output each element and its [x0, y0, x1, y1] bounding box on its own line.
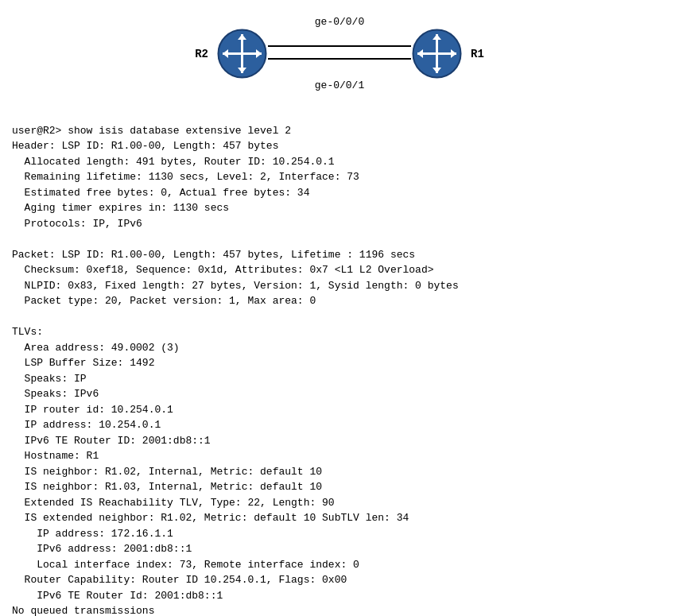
router-r1-icon — [411, 28, 463, 79]
terminal-line: IP router id: 10.254.0.1 — [12, 402, 667, 418]
terminal-line — [12, 309, 667, 325]
terminal-line: Extended IS Reachability TLV, Type: 22, … — [12, 495, 667, 511]
link-line-bottom — [268, 58, 411, 60]
terminal-line: Area address: 49.0002 (3) — [12, 340, 667, 356]
router-r1-label: R1 — [471, 48, 484, 60]
link-line-top — [268, 45, 411, 47]
terminal-line: Estimated free bytes: 0, Actual free byt… — [12, 185, 667, 201]
router-r2-label: R2 — [195, 48, 208, 60]
router-r2-icon — [216, 28, 268, 79]
terminal-line: NLPID: 0x83, Fixed length: 27 bytes, Ver… — [12, 278, 667, 294]
terminal-line: IP address: 172.16.1.1 — [12, 526, 667, 542]
terminal-line: TLVs: — [12, 324, 667, 340]
link-bottom-label: ge-0/0/1 — [315, 79, 364, 91]
terminal-line: Packet: LSP ID: R1.00-00, Length: 457 by… — [12, 247, 667, 263]
terminal-line: Speaks: IP — [12, 371, 667, 387]
terminal-line: Header: LSP ID: R1.00-00, Length: 457 by… — [12, 138, 667, 154]
terminal-line: Checksum: 0xef18, Sequence: 0x1d, Attrib… — [12, 262, 667, 278]
terminal-line: Router Capability: Router ID 10.254.0.1,… — [12, 572, 667, 588]
terminal-line: Allocated length: 491 bytes, Router ID: … — [12, 154, 667, 170]
terminal-line — [12, 231, 667, 247]
terminal-line: IPv6 TE Router Id: 2001:db8::1 — [12, 588, 667, 604]
link-top-label: ge-0/0/0 — [315, 16, 364, 28]
network-diagram: ge-0/0/0 R2 — [8, 8, 671, 99]
terminal-line: Speaks: IPv6 — [12, 386, 667, 402]
terminal-line: IPv6 TE Router ID: 2001:db8::1 — [12, 433, 667, 449]
terminal-line: Remaining lifetime: 1130 secs, Level: 2,… — [12, 169, 667, 185]
terminal-line: Aging timer expires in: 1130 secs — [12, 200, 667, 216]
terminal-line: IS neighbor: R1.03, Internal, Metric: de… — [12, 479, 667, 495]
terminal-line: No queued transmissions — [12, 603, 667, 616]
router-r1: R1 — [411, 28, 484, 79]
terminal-output: user@R2> show isis database extensive le… — [8, 107, 671, 616]
terminal-line: user@R2> show isis database extensive le… — [12, 123, 667, 139]
terminal-line: Hostname: R1 — [12, 448, 667, 464]
terminal-line: Local interface index: 73, Remote interf… — [12, 557, 667, 573]
terminal-line: IPv6 address: 2001:db8::1 — [12, 541, 667, 557]
terminal-line: IS neighbor: R1.02, Internal, Metric: de… — [12, 464, 667, 480]
terminal-line: IP address: 10.254.0.1 — [12, 417, 667, 433]
terminal-line: Protocols: IP, IPv6 — [12, 216, 667, 232]
terminal-line: Packet type: 20, Packet version: 1, Max … — [12, 293, 667, 309]
router-r2: R2 — [195, 28, 268, 79]
terminal-line: IS extended neighbor: R1.02, Metric: def… — [12, 510, 667, 526]
terminal-line: LSP Buffer Size: 1492 — [12, 355, 667, 371]
